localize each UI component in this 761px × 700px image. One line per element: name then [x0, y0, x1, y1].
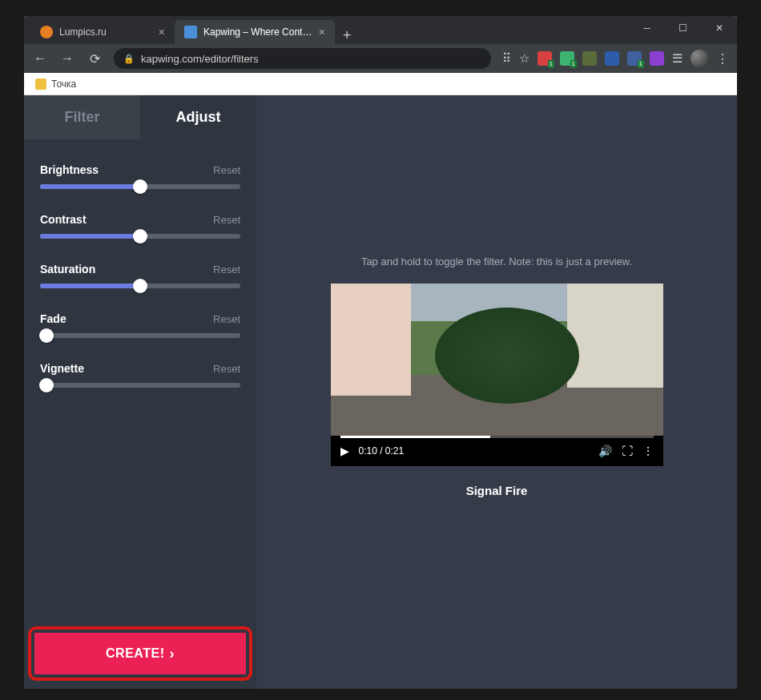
- video-time: 0:10 / 0:21: [359, 445, 405, 457]
- slider-reset[interactable]: Reset: [213, 214, 240, 226]
- lock-icon: 🔒: [123, 54, 135, 64]
- play-icon[interactable]: ▶: [340, 445, 349, 457]
- slider-label: Contrast: [40, 213, 87, 226]
- close-tab-icon[interactable]: ×: [319, 26, 325, 38]
- ext-icon-2[interactable]: 1: [560, 51, 574, 66]
- slider-track[interactable]: [40, 284, 240, 288]
- slider-track[interactable]: [40, 234, 240, 239]
- bookmarks-bar: Точка: [24, 73, 737, 95]
- browser-tab-kapwing[interactable]: Kapwing – Where Content Creati ×: [175, 20, 335, 44]
- back-button[interactable]: ←: [32, 51, 48, 66]
- ext-icon-1[interactable]: 1: [538, 51, 552, 66]
- address-bar-row: ← → ⟳ 🔒 kapwing.com/editor/filters ⠿ ☆ 1…: [24, 44, 737, 73]
- translate-icon[interactable]: ⠿: [502, 51, 511, 66]
- fullscreen-icon[interactable]: ⛶: [622, 445, 633, 457]
- new-tab-button[interactable]: +: [335, 27, 360, 44]
- preview-hint: Tap and hold to toggle the filter. Note:…: [361, 255, 632, 268]
- favicon: [184, 26, 197, 38]
- slider-reset[interactable]: Reset: [213, 313, 240, 325]
- tab-filter[interactable]: Filter: [24, 95, 140, 139]
- tab-title: Lumpics.ru: [59, 26, 152, 38]
- url-bar[interactable]: 🔒 kapwing.com/editor/filters: [114, 48, 491, 69]
- url-text: kapwing.com/editor/filters: [141, 53, 259, 65]
- slider-label: Brightness: [40, 163, 99, 176]
- slider-label: Vignette: [40, 362, 84, 375]
- slider-brightness: BrightnessReset: [40, 163, 240, 189]
- ext-icon-5[interactable]: 1: [627, 51, 642, 66]
- tab-title: Kapwing – Where Content Creati: [203, 26, 312, 38]
- slider-label: Saturation: [40, 263, 95, 276]
- slider-contrast: ContrastReset: [40, 213, 240, 239]
- video-menu-icon[interactable]: ⋮: [642, 445, 654, 457]
- slider-fade: FadeReset: [40, 312, 240, 338]
- ext-icon-4[interactable]: [605, 51, 619, 66]
- slider-thumb[interactable]: [133, 229, 147, 243]
- video-controls: ▶ 0:10 / 0:21 🔊 ⛶ ⋮: [331, 436, 663, 466]
- forward-button[interactable]: →: [59, 51, 75, 66]
- browser-tab-lumpics[interactable]: Lumpics.ru ×: [30, 20, 175, 44]
- slider-track[interactable]: [40, 333, 240, 338]
- slider-track[interactable]: [40, 184, 240, 189]
- volume-icon[interactable]: 🔊: [598, 445, 612, 457]
- app-content: Filter Adjust BrightnessResetContrastRes…: [24, 95, 737, 689]
- video-frame: [331, 284, 663, 436]
- tab-strip: Lumpics.ru × Kapwing – Where Content Cre…: [24, 16, 737, 44]
- window-controls: ─ ☐ ✕: [629, 16, 737, 40]
- favicon: [40, 26, 53, 38]
- tab-adjust[interactable]: Adjust: [140, 95, 256, 139]
- reading-list-icon[interactable]: ☰: [672, 51, 682, 66]
- maximize-button[interactable]: ☐: [665, 16, 701, 40]
- close-tab-icon[interactable]: ×: [159, 26, 165, 38]
- video-title: Signal Fire: [466, 484, 528, 497]
- sliders-panel: BrightnessResetContrastResetSaturationRe…: [24, 139, 256, 412]
- bookmark-item[interactable]: Точка: [51, 78, 76, 90]
- create-label: CREATE!: [106, 646, 164, 661]
- sidebar: Filter Adjust BrightnessResetContrastRes…: [24, 95, 256, 689]
- profile-avatar[interactable]: [691, 50, 708, 67]
- close-window-button[interactable]: ✕: [701, 16, 737, 40]
- create-button-highlight: CREATE! ›: [28, 626, 252, 681]
- ext-icon-3[interactable]: [582, 51, 597, 66]
- reload-button[interactable]: ⟳: [87, 51, 103, 66]
- slider-thumb[interactable]: [39, 328, 54, 343]
- slider-reset[interactable]: Reset: [213, 363, 240, 375]
- slider-vignette: VignetteReset: [40, 362, 240, 388]
- slider-reset[interactable]: Reset: [213, 164, 240, 176]
- browser-menu-icon[interactable]: ⋮: [716, 51, 729, 66]
- ext-icon-6[interactable]: [650, 51, 664, 66]
- extension-icons: ⠿ ☆ 1 1 1 ☰ ⋮: [502, 50, 729, 67]
- video-progress[interactable]: [340, 436, 654, 438]
- slider-reset[interactable]: Reset: [213, 264, 240, 276]
- create-button[interactable]: CREATE! ›: [34, 633, 246, 674]
- slider-thumb[interactable]: [133, 179, 147, 194]
- browser-window: Lumpics.ru × Kapwing – Where Content Cre…: [24, 16, 737, 689]
- star-icon[interactable]: ☆: [519, 51, 529, 66]
- slider-track[interactable]: [40, 383, 240, 388]
- slider-thumb[interactable]: [39, 378, 54, 392]
- slider-label: Fade: [40, 312, 66, 325]
- slider-thumb[interactable]: [133, 279, 147, 293]
- sidebar-tabs: Filter Adjust: [24, 95, 256, 139]
- slider-saturation: SaturationReset: [40, 263, 240, 288]
- video-player[interactable]: ▶ 0:10 / 0:21 🔊 ⛶ ⋮: [331, 284, 663, 466]
- chevron-right-icon: ›: [169, 646, 175, 662]
- minimize-button[interactable]: ─: [629, 16, 665, 40]
- bookmark-folder-icon: [35, 78, 46, 90]
- preview-area: Tap and hold to toggle the filter. Note:…: [256, 95, 737, 689]
